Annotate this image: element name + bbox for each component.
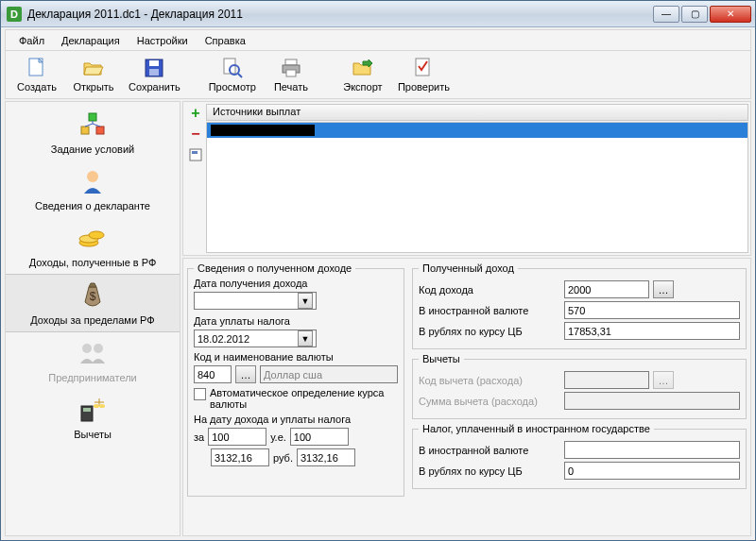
sources-list[interactable] <box>206 122 748 253</box>
export-button[interactable]: Экспорт <box>337 55 388 94</box>
window-buttons: — ▢ ✕ <box>651 6 751 23</box>
income-code-lookup-button[interactable]: … <box>653 280 674 298</box>
print-label: Печать <box>274 81 308 93</box>
deduction-sum-input <box>564 392 740 410</box>
remove-source-button[interactable]: − <box>188 127 203 142</box>
toolbar: Создать Открыть Сохранить Просмотр Печат… <box>5 50 751 99</box>
deduction-code-label: Код вычета (расхода) <box>419 375 560 386</box>
income-rub-label: В рублях по курсу ЦБ <box>419 326 560 337</box>
svg-rect-2 <box>149 60 159 66</box>
chevron-down-icon[interactable]: ▼ <box>298 330 313 347</box>
titlebar: D Декларация 2011.dc1 - Декларация 2011 … <box>1 1 755 27</box>
svg-rect-25 <box>83 408 91 412</box>
calculator-scale-icon <box>77 395 108 425</box>
chevron-down-icon[interactable]: ▼ <box>298 293 313 309</box>
income-foreign-label: В иностранной валюте <box>419 305 560 316</box>
magnifier-icon <box>221 57 244 79</box>
svg-rect-7 <box>285 59 297 65</box>
sidebar-label: Доходы, полученные в РФ <box>29 257 157 268</box>
sidebar-item-entrepreneurs: Предприниматели <box>6 332 180 389</box>
rate-ue-input[interactable] <box>290 428 349 446</box>
deductions-group: Вычеты Код вычета (расхода) … Сумма выче… <box>412 353 747 419</box>
document-new-icon <box>26 57 48 79</box>
preview-button[interactable]: Просмотр <box>205 55 260 94</box>
main-area: + − Источники выплат Сведения о полученн… <box>182 101 751 536</box>
folder-open-icon <box>82 57 105 79</box>
check-button[interactable]: Проверить <box>394 55 454 94</box>
sidebar-label: Предприниматели <box>48 372 136 383</box>
sidebar-label: Доходы за пределами РФ <box>30 314 154 326</box>
maximize-button[interactable]: ▢ <box>681 6 708 23</box>
redacted-text <box>211 125 315 136</box>
sidebar-item-income-rf[interactable]: Доходы, полученные в РФ <box>6 217 180 274</box>
menu-declaration[interactable]: Декларация <box>54 33 128 48</box>
sidebar-item-deductions[interactable]: Вычеты <box>6 389 180 446</box>
svg-text:$: $ <box>90 290 96 303</box>
income-foreign-input[interactable] <box>564 301 740 319</box>
source-row[interactable] <box>207 123 747 138</box>
svg-point-26 <box>94 404 99 408</box>
printer-icon <box>280 57 302 79</box>
edit-source-button[interactable] <box>188 147 203 162</box>
money-bag-icon: $ <box>77 280 108 311</box>
close-button[interactable]: ✕ <box>710 6 751 23</box>
sidebar-item-declarant[interactable]: Сведения о декларанте <box>6 161 180 217</box>
coins-icon <box>77 223 108 253</box>
add-source-button[interactable]: + <box>188 106 203 121</box>
rate-val2-input[interactable] <box>297 448 355 466</box>
svg-point-17 <box>87 171 98 182</box>
open-button[interactable]: Открыть <box>68 55 119 94</box>
ue-label: у.е. <box>270 431 286 443</box>
open-label: Открыть <box>73 81 113 93</box>
currency-name-input <box>260 365 398 383</box>
app-window: D Декларация 2011.dc1 - Декларация 2011 … <box>0 0 756 541</box>
income-rub-input[interactable] <box>564 322 740 340</box>
income-code-input[interactable] <box>564 280 649 298</box>
svg-rect-28 <box>190 149 201 161</box>
sidebar-item-income-foreign[interactable]: $ Доходы за пределами РФ <box>6 274 180 332</box>
sources-pane: + − Источники выплат <box>182 101 751 256</box>
floppy-icon <box>143 57 165 79</box>
preview-label: Просмотр <box>209 81 256 93</box>
deduction-code-input <box>564 371 649 389</box>
right-column: Полученный доход Код дохода … В иностран… <box>412 262 747 489</box>
sidebar-item-conditions[interactable]: Задание условий <box>6 104 180 161</box>
received-income-group: Полученный доход Код дохода … В иностран… <box>412 262 747 349</box>
sidebar: Задание условий Сведения о декларанте До… <box>5 101 180 536</box>
sidebar-label: Вычеты <box>74 429 112 440</box>
svg-rect-9 <box>286 70 296 76</box>
create-button[interactable]: Создать <box>11 55 62 94</box>
menu-help[interactable]: Справка <box>198 33 253 48</box>
print-button[interactable]: Печать <box>266 55 317 94</box>
rate-per-input[interactable] <box>208 428 266 446</box>
currency-code-input[interactable] <box>194 365 232 383</box>
deduction-lookup-button: … <box>653 371 674 389</box>
check-icon <box>412 57 435 79</box>
svg-rect-13 <box>96 127 104 134</box>
tax-rub-input[interactable] <box>564 462 740 480</box>
sidebar-label: Задание условий <box>51 144 134 155</box>
tax-paid-group: Налог, уплаченный в иностранном государс… <box>412 423 747 489</box>
check-label: Проверить <box>398 81 450 93</box>
menu-file[interactable]: Файл <box>11 33 52 48</box>
auto-rate-checkbox[interactable]: Автоматическое определение курса валюты <box>194 387 398 410</box>
rub-label: руб. <box>273 452 293 464</box>
currency-lookup-button[interactable]: … <box>235 365 256 383</box>
body: Задание условий Сведения о декларанте До… <box>5 101 751 536</box>
income-code-label: Код дохода <box>419 284 560 296</box>
svg-rect-29 <box>192 151 198 154</box>
sources-toolbar: + − <box>185 104 206 253</box>
rate-on-date-label: На дату дохода и уплаты налога <box>194 414 398 425</box>
currency-label: Код и наименование валюты <box>194 351 398 363</box>
save-button[interactable]: Сохранить <box>125 55 184 94</box>
menu-settings[interactable]: Настройки <box>129 33 196 48</box>
rate-val1-input[interactable] <box>211 448 269 466</box>
svg-point-27 <box>99 404 105 408</box>
date-received-combo[interactable]: ▼ <box>194 292 317 310</box>
export-icon <box>352 57 374 79</box>
tax-foreign-input[interactable] <box>564 441 740 459</box>
date-tax-combo[interactable]: 18.02.2012 ▼ <box>194 330 317 347</box>
detail-pane: Сведения о полученном доходе Дата получе… <box>182 258 751 536</box>
app-icon: D <box>7 7 22 22</box>
minimize-button[interactable]: — <box>653 6 679 23</box>
